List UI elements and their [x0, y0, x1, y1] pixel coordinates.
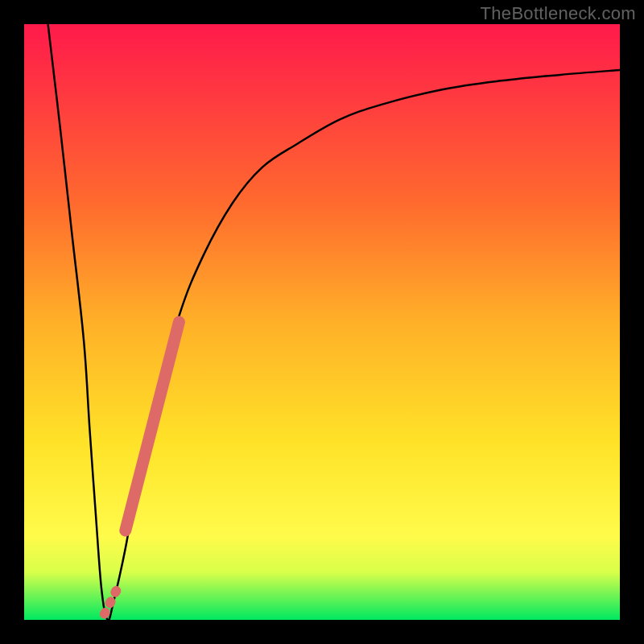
bottleneck-curve [48, 24, 620, 620]
plot-area [24, 24, 620, 620]
highlight-dots-lower [105, 590, 117, 614]
chart-frame: TheBottleneck.com [0, 0, 644, 644]
highlight-segment-upper [126, 322, 180, 530]
chart-svg [24, 24, 620, 620]
watermark-text: TheBottleneck.com [481, 3, 636, 24]
